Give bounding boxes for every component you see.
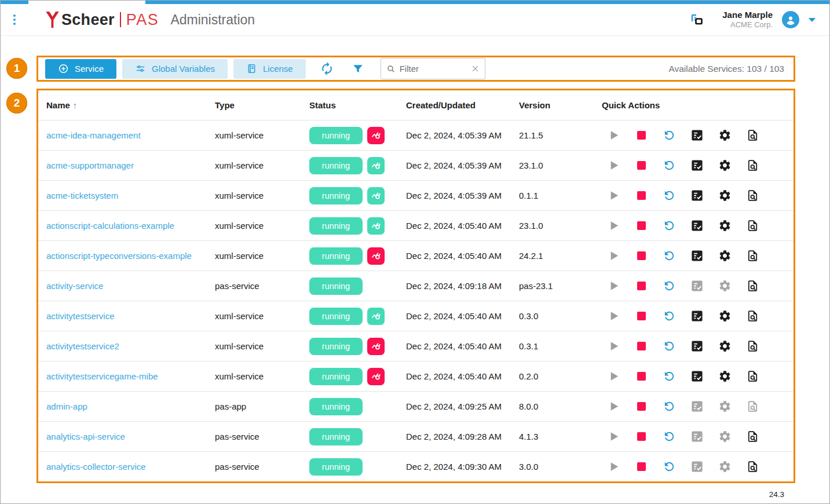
service-name-link[interactable]: acme-idea-management — [46, 130, 141, 140]
user-block[interactable]: Jane Marple ACME Corp. — [722, 10, 773, 30]
log-viewer-button[interactable] — [745, 339, 759, 353]
logs-list-button[interactable] — [690, 129, 704, 143]
start-button[interactable] — [606, 159, 620, 173]
logs-list-button[interactable] — [690, 309, 704, 323]
monitoring-icon[interactable] — [367, 308, 385, 325]
stop-button[interactable] — [634, 279, 648, 293]
logs-list-button[interactable] — [690, 159, 704, 173]
clear-filter-icon[interactable] — [471, 64, 480, 73]
restart-button[interactable] — [662, 400, 676, 414]
stop-button[interactable] — [634, 309, 648, 323]
service-name-link[interactable]: acme-supportmanager — [46, 160, 134, 170]
service-name-link[interactable]: activitytestservicegame-mibe — [46, 371, 158, 381]
restart-button[interactable] — [662, 279, 676, 293]
stop-button[interactable] — [634, 370, 648, 384]
refresh-button[interactable] — [320, 61, 334, 76]
monitoring-icon[interactable] — [367, 127, 385, 144]
user-avatar-icon[interactable] — [782, 11, 799, 28]
settings-button[interactable] — [718, 309, 732, 323]
restart-button[interactable] — [662, 309, 676, 323]
column-header-name[interactable]: Name↑ — [38, 100, 207, 110]
log-viewer-button[interactable] — [745, 430, 759, 444]
settings-button[interactable] — [718, 189, 732, 203]
start-button[interactable] — [606, 400, 620, 414]
stop-button[interactable] — [634, 460, 648, 474]
log-viewer-button[interactable] — [745, 219, 759, 233]
settings-button[interactable] — [718, 219, 732, 233]
logs-list-button[interactable] — [690, 189, 704, 203]
start-button[interactable] — [606, 430, 620, 444]
stop-button[interactable] — [634, 249, 648, 263]
restart-button[interactable] — [662, 129, 676, 143]
stop-button[interactable] — [634, 159, 648, 173]
restart-button[interactable] — [662, 189, 676, 203]
stop-button[interactable] — [634, 400, 648, 414]
service-name-link[interactable]: analytics-api-service — [46, 432, 125, 441]
start-button[interactable] — [606, 460, 620, 474]
settings-button[interactable] — [718, 129, 732, 143]
filter-input[interactable] — [400, 64, 467, 74]
service-name-link[interactable]: admin-app — [46, 401, 87, 411]
start-button[interactable] — [606, 339, 620, 353]
settings-button[interactable] — [718, 370, 732, 384]
logs-list-button[interactable] — [690, 339, 704, 353]
start-button[interactable] — [606, 279, 620, 293]
settings-button[interactable] — [718, 339, 732, 353]
monitoring-icon[interactable] — [367, 368, 385, 385]
restart-button[interactable] — [662, 159, 676, 173]
start-button[interactable] — [606, 249, 620, 263]
log-viewer-button[interactable] — [745, 460, 759, 474]
dropdown-caret-icon[interactable] — [809, 18, 816, 22]
restart-button[interactable] — [662, 370, 676, 384]
start-button[interactable] — [606, 219, 620, 233]
logs-list-button[interactable] — [690, 370, 704, 384]
service-name-link[interactable]: analytics-collector-service — [46, 462, 146, 472]
service-name-link[interactable]: actionscript-calculations-example — [46, 221, 174, 231]
log-viewer-button[interactable] — [745, 129, 759, 143]
filter-toggle-button[interactable] — [352, 63, 364, 75]
log-viewer-button[interactable] — [745, 370, 759, 384]
start-button[interactable] — [606, 129, 620, 143]
restart-button[interactable] — [662, 249, 676, 263]
start-button[interactable] — [606, 189, 620, 203]
license-button[interactable]: License — [233, 59, 306, 79]
documentation-icon[interactable] — [689, 12, 705, 28]
restart-button[interactable] — [662, 460, 676, 474]
service-name-link[interactable]: activitytestservice — [46, 311, 115, 321]
monitoring-icon[interactable] — [367, 338, 385, 355]
stop-button[interactable] — [634, 219, 648, 233]
logs-list-button[interactable] — [690, 219, 704, 233]
log-viewer-button[interactable] — [745, 159, 759, 173]
kebab-menu-icon[interactable] — [3, 14, 26, 25]
start-button[interactable] — [606, 309, 620, 323]
stop-button[interactable] — [634, 339, 648, 353]
service-button[interactable]: Service — [45, 59, 116, 79]
service-name-link[interactable]: acme-ticketsystem — [46, 191, 118, 200]
monitoring-icon[interactable] — [367, 157, 385, 174]
column-header-status[interactable]: Status — [301, 100, 398, 110]
restart-button[interactable] — [662, 219, 676, 233]
monitoring-icon[interactable] — [367, 187, 385, 204]
log-viewer-button[interactable] — [745, 249, 759, 263]
stop-button[interactable] — [634, 430, 648, 444]
logs-list-button[interactable] — [690, 249, 704, 263]
monitoring-icon[interactable] — [367, 217, 385, 235]
restart-button[interactable] — [662, 430, 676, 444]
stop-button[interactable] — [634, 189, 648, 203]
log-viewer-button[interactable] — [745, 189, 759, 203]
start-button[interactable] — [606, 370, 620, 384]
settings-button[interactable] — [718, 249, 732, 263]
global-variables-button[interactable]: Global Variables — [122, 59, 228, 79]
restart-button[interactable] — [662, 339, 676, 353]
service-name-link[interactable]: activity-service — [46, 281, 103, 291]
column-header-created-updated[interactable]: Created/Updated — [398, 100, 511, 110]
column-header-type[interactable]: Type — [207, 100, 301, 110]
log-viewer-button[interactable] — [745, 279, 759, 293]
service-name-link[interactable]: activitytestservice2 — [46, 341, 119, 351]
settings-button[interactable] — [718, 159, 732, 173]
service-name-link[interactable]: actionscript-typeconversions-example — [46, 251, 192, 261]
log-viewer-button[interactable] — [745, 309, 759, 323]
column-header-version[interactable]: Version — [511, 100, 594, 110]
monitoring-icon[interactable] — [367, 247, 385, 265]
stop-button[interactable] — [634, 129, 648, 143]
